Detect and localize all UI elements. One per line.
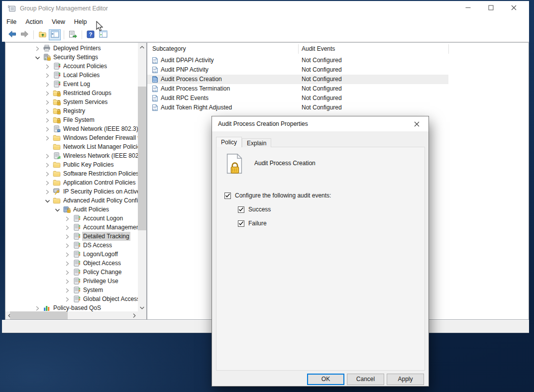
tree-item-advanced-audit-policy-confi[interactable]: Advanced Audit Policy Confi: [6, 196, 138, 205]
chevron-right-icon[interactable]: [64, 287, 70, 293]
tree-item-event-log[interactable]: Event Log: [6, 80, 138, 89]
ok-button[interactable]: OK: [307, 374, 344, 385]
chevron-right-icon[interactable]: [64, 242, 70, 248]
maximize-button[interactable]: [479, 1, 502, 16]
export-list-button[interactable]: [67, 29, 79, 40]
tree-item-account-policies[interactable]: Account Policies: [6, 62, 138, 71]
tree-item-privilege-use[interactable]: Privilege Use: [6, 277, 138, 286]
tree-item-system-services[interactable]: System Services: [6, 98, 138, 106]
tree-item-logon-logoff[interactable]: Logon/Logoff: [6, 250, 138, 259]
tree-item-file-system[interactable]: File System: [6, 115, 138, 124]
tree-item-audit-policies[interactable]: Audit Policies: [6, 205, 138, 214]
chevron-right-icon[interactable]: [44, 171, 50, 177]
column-header-subcategory[interactable]: Subcategory: [152, 43, 186, 55]
checkbox[interactable]: [238, 206, 244, 213]
chevron-right-icon[interactable]: [44, 180, 50, 186]
tree-item-system[interactable]: System: [6, 286, 138, 294]
chevron-right-icon[interactable]: [44, 135, 50, 141]
chevron-right-icon[interactable]: [64, 278, 70, 284]
tree-item-wired-network-ieee-802-3-p[interactable]: Wired Network (IEEE 802.3) P: [6, 124, 138, 133]
cancel-button[interactable]: Cancel: [347, 374, 384, 385]
scroll-down-icon[interactable]: [138, 303, 146, 312]
menu-help[interactable]: Help: [70, 16, 92, 28]
chevron-right-icon[interactable]: [64, 233, 70, 239]
back-button[interactable]: [6, 29, 18, 40]
tree-item-local-policies[interactable]: Local Policies: [6, 71, 138, 80]
tree-item-policy-change[interactable]: Policy Change: [6, 268, 138, 277]
tree-horizontal-scrollbar[interactable]: [5, 311, 138, 319]
tree-item-deployed-printers[interactable]: Deployed Printers: [6, 44, 138, 53]
tree-item-public-key-policies[interactable]: Public Key Policies: [6, 160, 138, 169]
dialog-title-bar[interactable]: Audit Process Creation Properties: [212, 116, 428, 131]
tree-item-ip-security-policies-on-active[interactable]: IP Security Policies on Active: [6, 187, 138, 196]
chevron-right-icon[interactable]: [44, 72, 50, 78]
chevron-right-icon[interactable]: [44, 99, 50, 105]
menu-view[interactable]: View: [47, 16, 70, 28]
minimize-button[interactable]: [456, 1, 479, 16]
tree-item-wireless-network-ieee-802-1[interactable]: Wireless Network (IEEE 802.1: [6, 151, 138, 160]
column-header-audit-events[interactable]: Audit Events: [302, 43, 335, 55]
chevron-down-icon[interactable]: [44, 197, 50, 203]
chevron-right-icon[interactable]: [34, 305, 40, 311]
chevron-right-icon[interactable]: [44, 108, 50, 114]
apply-button[interactable]: Apply: [387, 374, 424, 385]
help-button[interactable]: ?: [85, 29, 97, 40]
chevron-right-icon[interactable]: [44, 162, 50, 168]
forward-button[interactable]: [18, 29, 30, 40]
tree-item-account-logon[interactable]: Account Logon: [6, 214, 138, 223]
table-row[interactable]: 101010Audit PNP ActivityNot Configured: [147, 65, 529, 75]
tree-item-application-control-policies[interactable]: Application Control Policies: [6, 178, 138, 187]
menu-file[interactable]: File: [2, 16, 21, 28]
menu-action[interactable]: Action: [21, 16, 47, 28]
column-separator[interactable]: [298, 44, 299, 54]
chevron-right-icon[interactable]: [44, 117, 50, 123]
show-console-tree-button[interactable]: [49, 29, 61, 40]
chevron-right-icon[interactable]: [44, 153, 50, 159]
chevron-right-icon[interactable]: [44, 189, 50, 195]
tree-item-windows-defender-firewall-w[interactable]: Windows Defender Firewall w: [6, 133, 138, 142]
chevron-right-icon[interactable]: [64, 260, 70, 266]
title-bar[interactable]: Group Policy Management Editor: [2, 1, 529, 16]
dialog-close-button[interactable]: [406, 117, 427, 131]
tree-hscroll-thumb[interactable]: [10, 311, 68, 319]
table-row[interactable]: 101010Audit Token Right AdjustedNot Conf…: [147, 103, 529, 112]
checkbox-label: Success: [248, 206, 271, 213]
chevron-down-icon[interactable]: [54, 206, 60, 212]
table-row[interactable]: 101010Audit Process TerminationNot Confi…: [147, 84, 529, 94]
tree-item-network-list-manager-policie[interactable]: Network List Manager Policie: [6, 142, 138, 151]
chevron-right-icon[interactable]: [34, 45, 40, 51]
tree-item-global-object-access[interactable]: Global Object Access: [6, 294, 138, 303]
checkbox[interactable]: [224, 193, 231, 199]
chevron-right-icon[interactable]: [64, 224, 70, 230]
chevron-right-icon[interactable]: [64, 215, 70, 221]
up-one-level-button[interactable]: [36, 29, 48, 40]
tree-item-registry[interactable]: Registry: [6, 106, 138, 115]
chevron-right-icon[interactable]: [44, 90, 50, 96]
scroll-right-icon[interactable]: [130, 311, 138, 319]
table-row[interactable]: 101010Audit DPAPI ActivityNot Configured: [147, 56, 529, 65]
chevron-right-icon[interactable]: [64, 296, 70, 302]
tree-vertical-scrollbar[interactable]: [138, 43, 146, 312]
chevron-right-icon[interactable]: [44, 63, 50, 69]
tree-item-ds-access[interactable]: DS Access: [6, 241, 138, 250]
tree-item-restricted-groups[interactable]: Restricted Groups: [6, 89, 138, 98]
tree-item-software-restriction-policies[interactable]: Software Restriction Policies: [6, 169, 138, 178]
chevron-down-icon[interactable]: [34, 54, 40, 60]
tree-vscroll-thumb[interactable]: [138, 87, 146, 230]
tree-item-object-access[interactable]: Object Access: [6, 259, 138, 268]
tree-item-detailed-tracking[interactable]: Detailed Tracking: [6, 232, 138, 241]
tree-item-account-managemen[interactable]: Account Managemen: [6, 223, 138, 232]
tab-policy[interactable]: Policy: [216, 137, 242, 147]
tree-item-security-settings[interactable]: Security Settings: [6, 53, 138, 62]
chevron-right-icon[interactable]: [64, 269, 70, 275]
chevron-right-icon[interactable]: [44, 126, 50, 132]
chevron-right-icon[interactable]: [44, 81, 50, 87]
table-row[interactable]: 101010Audit RPC EventsNot Configured: [147, 94, 529, 103]
scroll-up-icon[interactable]: [138, 43, 146, 51]
close-button[interactable]: [502, 1, 525, 16]
tab-explain[interactable]: Explain: [242, 138, 271, 147]
column-separator[interactable]: [448, 44, 449, 54]
table-row[interactable]: 101010Audit Process CreationNot Configur…: [147, 75, 529, 84]
checkbox[interactable]: [238, 220, 244, 227]
chevron-right-icon[interactable]: [64, 251, 70, 257]
